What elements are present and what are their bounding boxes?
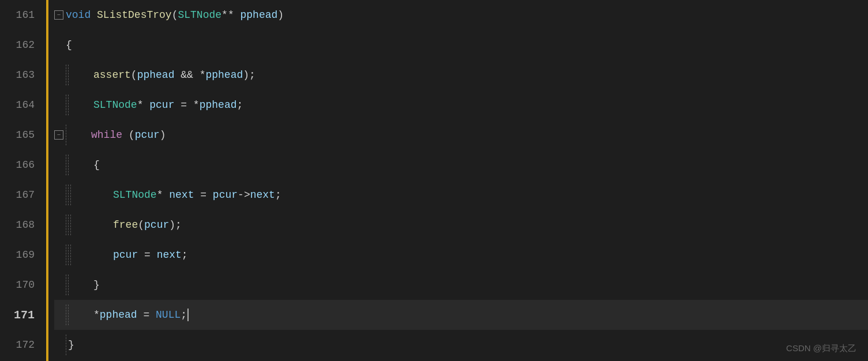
code-line-163: assert ( pphead && * pphead ); (54, 60, 868, 90)
line-num-172: 172 (0, 330, 39, 360)
code-editor: 161 162 163 164 165 166 167 168 169 170 … (0, 0, 868, 361)
line-num-164: 164 (0, 90, 39, 120)
line-num-161: 161 (0, 0, 39, 30)
line-num-169: 169 (0, 240, 39, 270)
line-num-162: 162 (0, 30, 39, 60)
line-num-163: 163 (0, 60, 39, 90)
line-numbers: 161 162 163 164 165 166 167 168 169 170 … (0, 0, 46, 361)
code-line-171: * pphead = NULL ; (54, 300, 868, 330)
code-line-162: { (54, 30, 868, 60)
code-content: − void SListDesTroy ( SLTNode ** pphead … (48, 0, 868, 361)
code-line-161: − void SListDesTroy ( SLTNode ** pphead … (54, 0, 868, 30)
watermark: CSDN @归寻太乙 (786, 343, 856, 354)
text-cursor (187, 309, 189, 321)
keyword-void: void (66, 9, 91, 21)
line-num-170: 170 (0, 270, 39, 300)
line-num-165: 165 (0, 120, 39, 150)
code-line-165: − while ( pcur ) (54, 120, 868, 150)
fold-icon-161[interactable]: − (54, 10, 63, 20)
line-num-171: 171 (0, 300, 39, 330)
code-line-172: } (54, 330, 868, 360)
code-line-170: } (54, 270, 868, 300)
code-line-168: free ( pcur ); (54, 210, 868, 240)
fold-icon-165[interactable]: − (54, 130, 63, 140)
code-line-169: pcur = next ; (54, 240, 868, 270)
code-line-166: { (54, 150, 868, 180)
line-num-167: 167 (0, 180, 39, 210)
line-num-166: 166 (0, 150, 39, 180)
code-line-164: SLTNode * pcur = * pphead ; (54, 90, 868, 120)
function-name: SListDesTroy (97, 9, 172, 21)
code-line-167: SLTNode * next = pcur -> next ; (54, 180, 868, 210)
line-num-168: 168 (0, 210, 39, 240)
